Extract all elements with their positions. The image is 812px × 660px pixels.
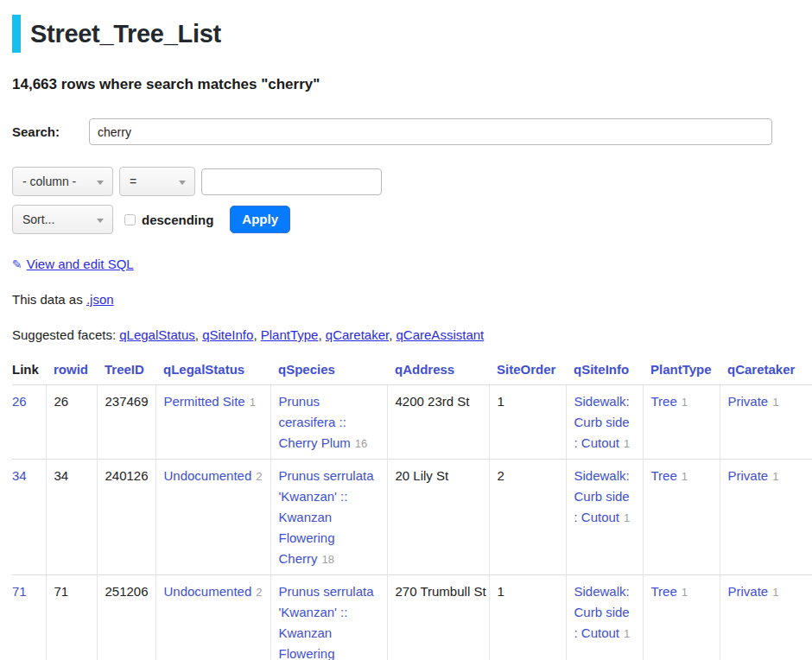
row-link[interactable]: 26 — [12, 394, 27, 409]
column-header-qspecies: qSpecies — [270, 362, 387, 385]
species-link[interactable]: Prunus serrulata 'Kwanzan' :: Kwanzan Fl… — [279, 468, 374, 566]
site-info-link[interactable]: Sidewalk: Curb side : Cutout — [574, 468, 630, 524]
site-order-cell: 1 — [489, 575, 566, 660]
page-header: Street_Tree_List — [12, 15, 812, 53]
treeid-cell: 240126 — [97, 460, 155, 575]
site-order-cell: 1 — [489, 385, 566, 460]
column-header-qsiteinfo-link[interactable]: qSiteInfo — [574, 362, 629, 377]
address-cell: 20 Lily St — [387, 460, 489, 575]
descending-checkbox[interactable] — [124, 214, 136, 225]
caretaker-link[interactable]: Private — [728, 394, 769, 409]
search-input[interactable] — [89, 118, 772, 145]
column-header-qlegalstatus: qLegalStatus — [155, 362, 270, 385]
chevron-down-icon — [97, 181, 104, 185]
column-header-rowid-link[interactable]: rowid — [54, 362, 88, 377]
column-header-qaddress: qAddress — [387, 362, 489, 385]
accent-bar — [12, 15, 21, 53]
operator-select-value: = — [130, 175, 136, 188]
suggested-facets: Suggested facets: qLegalStatus, qSiteInf… — [12, 327, 812, 342]
page-title: Street_Tree_List — [30, 20, 221, 48]
rowid-cell: 71 — [46, 575, 97, 660]
legal-status-link[interactable]: Undocumented — [164, 468, 252, 483]
facet-link-qcareassistant[interactable]: qCareAssistant — [396, 327, 485, 342]
facet-separator: , — [253, 327, 260, 342]
column-header-qspecies-link[interactable]: qSpecies — [278, 362, 335, 377]
sql-line: ✎View and edit SQL — [12, 257, 812, 271]
filter-row: - column - = — [12, 167, 812, 196]
table-header-row: Link rowid TreeID qLegalStatus qSpecies … — [12, 362, 812, 385]
apply-button[interactable]: Apply — [230, 206, 290, 233]
facet-link-qlegalstatus[interactable]: qLegalStatus — [119, 327, 195, 342]
view-edit-sql-link[interactable]: View and edit SQL — [27, 257, 134, 271]
column-header-qcaretaker: qCaretaker — [720, 362, 812, 385]
treeid-cell: 237469 — [97, 385, 155, 460]
facet-link-planttype[interactable]: PlantType — [261, 327, 319, 342]
page: Street_Tree_List 14,663 rows where searc… — [0, 0, 812, 660]
row-link[interactable]: 34 — [12, 468, 27, 483]
facet-count: 1 — [682, 396, 688, 409]
caretaker-link[interactable]: Private — [728, 584, 769, 599]
chevron-down-icon — [97, 219, 104, 223]
facet-separator: , — [389, 327, 396, 342]
column-header-qaddress-link[interactable]: qAddress — [395, 362, 454, 377]
search-label: Search: — [12, 124, 89, 139]
column-header-qsiteinfo: qSiteInfo — [566, 362, 643, 385]
facet-separator: , — [318, 327, 325, 342]
facet-count: 1 — [250, 396, 256, 409]
facet-count: 2 — [256, 470, 262, 483]
row-link[interactable]: 71 — [12, 584, 27, 599]
facet-link-qcaretaker[interactable]: qCaretaker — [326, 327, 389, 342]
table-row: 34 34 240126 Undocumented2 Prunus serrul… — [12, 460, 812, 575]
sort-row: Sort... descending Apply — [12, 205, 812, 234]
sort-select[interactable]: Sort... — [12, 205, 113, 234]
facet-count: 1 — [624, 627, 630, 640]
table-row: 26 26 237469 Permitted Site1 Prunus cera… — [12, 385, 812, 460]
species-link[interactable]: Prunus cerasifera :: Cherry Plum — [279, 394, 351, 450]
facet-count: 1 — [624, 437, 630, 450]
results-table: Link rowid TreeID qLegalStatus qSpecies … — [12, 362, 812, 660]
column-header-treeid-link[interactable]: TreeID — [105, 362, 144, 377]
legal-status-link[interactable]: Undocumented — [164, 584, 252, 599]
site-info-link[interactable]: Sidewalk: Curb side : Cutout — [574, 394, 630, 450]
facet-count: 1 — [624, 511, 630, 524]
species-link[interactable]: Prunus serrulata 'Kwanzan' :: Kwanzan Fl… — [279, 584, 374, 660]
treeid-cell: 251206 — [97, 575, 155, 660]
address-cell: 270 Trumbull St — [387, 575, 489, 660]
column-select[interactable]: - column - — [12, 167, 113, 196]
sort-select-value: Sort... — [22, 213, 54, 226]
table-row: 71 71 251206 Undocumented2 Prunus serrul… — [12, 575, 812, 660]
facet-count: 16 — [355, 437, 367, 450]
facet-count: 1 — [772, 586, 778, 599]
column-header-planttype-link[interactable]: PlantType — [650, 362, 712, 377]
json-link[interactable]: .json — [86, 292, 114, 307]
filter-value-input[interactable] — [201, 168, 382, 195]
plant-type-link[interactable]: Tree — [651, 584, 677, 599]
site-info-link[interactable]: Sidewalk: Curb side : Cutout — [574, 584, 630, 640]
column-header-qlegalstatus-link[interactable]: qLegalStatus — [163, 362, 244, 377]
facet-separator: , — [195, 327, 202, 342]
caretaker-link[interactable]: Private — [728, 468, 769, 483]
rowid-cell: 34 — [46, 460, 97, 575]
address-cell: 4200 23rd St — [387, 385, 489, 460]
facet-count: 2 — [256, 586, 262, 599]
pencil-icon: ✎ — [12, 257, 22, 271]
search-form: Search: — [12, 118, 812, 145]
plant-type-link[interactable]: Tree — [651, 468, 677, 483]
facet-link-qsiteinfo[interactable]: qSiteInfo — [202, 327, 253, 342]
column-header-qcaretaker-link[interactable]: qCaretaker — [727, 362, 795, 377]
plant-type-link[interactable]: Tree — [651, 394, 677, 409]
column-header-treeid: TreeID — [97, 362, 155, 385]
facet-count: 1 — [772, 470, 778, 483]
facets-prefix: Suggested facets: — [12, 327, 119, 342]
column-header-planttype: PlantType — [643, 362, 720, 385]
site-order-cell: 2 — [489, 460, 566, 575]
facet-count: 1 — [682, 586, 688, 599]
column-header-siteorder-link[interactable]: SiteOrder — [497, 362, 555, 377]
row-count-summary: 14,663 rows where search matches "cherry… — [12, 76, 812, 93]
chevron-down-icon — [179, 181, 186, 185]
operator-select[interactable]: = — [119, 167, 195, 196]
column-header-rowid: rowid — [46, 362, 97, 385]
column-select-value: - column - — [22, 175, 76, 188]
legal-status-link[interactable]: Permitted Site — [164, 394, 245, 409]
data-as-prefix: This data as — [12, 292, 86, 307]
